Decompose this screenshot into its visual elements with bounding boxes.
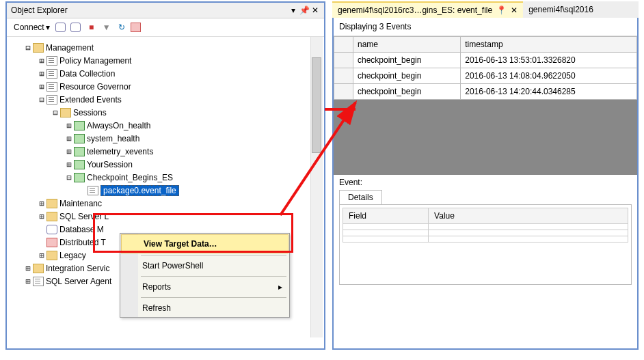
folder-icon	[33, 264, 44, 273]
ctx-refresh[interactable]: Refresh	[120, 299, 289, 317]
close-icon[interactable]: ✕	[310, 5, 320, 15]
tree-node-checkpoint[interactable]: ⊟Checkpoint_Begins_ES	[8, 171, 323, 184]
tree-node-maintenance[interactable]: ⊞Maintenanc	[8, 197, 323, 210]
tree-scrollbar[interactable]	[310, 37, 323, 337]
ctx-start-powershell[interactable]: Start PowerShell	[120, 257, 289, 275]
connect-label: Connect	[14, 23, 44, 32]
xevents-icon	[46, 95, 57, 105]
disconnect-db-icon[interactable]	[70, 21, 83, 33]
panel-title-bar: Object Explorer ▾ 📌 ✕	[7, 3, 324, 18]
tree-node-yoursession[interactable]: ⊞YourSession	[8, 158, 323, 171]
pin-icon[interactable]: 📍	[496, 5, 507, 15]
col-header-value[interactable]: Value	[429, 208, 628, 224]
submenu-arrow-icon: ▸	[278, 282, 282, 292]
events-table[interactable]: name timestamp checkpoint_begin2016-06-1…	[334, 36, 637, 100]
tree-node-alwayson[interactable]: ⊞AlwaysOn_health	[8, 119, 323, 132]
row-selector[interactable]	[334, 53, 353, 68]
expand-icon[interactable]: ⊞	[23, 277, 33, 286]
refresh-icon[interactable]: ↻	[116, 21, 128, 33]
details-table[interactable]: Field Value	[343, 208, 628, 243]
expand-icon[interactable]: ⊞	[23, 264, 33, 273]
ctx-view-target-data[interactable]: View Target Data…	[121, 234, 289, 253]
folder-icon	[46, 199, 57, 208]
dropdown-icon[interactable]: ▾	[289, 5, 298, 15]
filter-icon[interactable]: ▼	[100, 21, 113, 33]
details-tab[interactable]: Details	[339, 190, 382, 204]
stop-icon[interactable]: ■	[85, 21, 98, 33]
datacollection-icon	[46, 69, 57, 79]
tree-node-syshealth[interactable]: ⊞system_health	[8, 132, 323, 145]
collapse-icon[interactable]: ⊟	[51, 108, 60, 117]
toolbar: Connect ▾ ■ ▼ ↻	[7, 18, 324, 37]
connect-button[interactable]: Connect ▾	[11, 21, 53, 33]
collapse-icon[interactable]: ⊟	[37, 95, 46, 105]
expand-icon[interactable]: ⊞	[64, 160, 74, 169]
selected-node-label: package0.event_file	[100, 185, 179, 196]
target-icon	[88, 186, 98, 195]
collapse-icon[interactable]: ⊟	[64, 173, 74, 182]
folder-icon	[46, 212, 57, 221]
col-header-timestamp[interactable]: timestamp	[461, 37, 637, 53]
folder-icon	[33, 43, 44, 53]
connect-db-icon[interactable]	[55, 21, 68, 33]
right-panel: genemi4f\sql2016rc3…gins_ES: event_file …	[332, 1, 639, 350]
dbmail-icon	[46, 225, 57, 234]
expand-icon[interactable]: ⊞	[64, 147, 74, 156]
document-tabs: genemi4f\sql2016rc3…gins_ES: event_file …	[332, 1, 639, 18]
table-row[interactable]	[343, 224, 628, 230]
table-row[interactable]: checkpoint_begin2016-06-13 14:20:44.0346…	[334, 84, 637, 100]
ctx-separator	[141, 255, 286, 255]
displaying-label: Displaying 3 Events	[334, 18, 637, 36]
scrollbar-thumb[interactable]	[312, 57, 321, 153]
expand-icon[interactable]: ⊞	[64, 121, 74, 130]
tree-node-package0[interactable]: ·package0.event_file	[8, 184, 323, 197]
delete-icon[interactable]	[131, 21, 143, 33]
row-selector[interactable]	[334, 68, 353, 84]
tree-node-policy[interactable]: ⊞Policy Management	[8, 54, 323, 67]
tree-node-sessions[interactable]: ⊟Sessions	[8, 106, 323, 119]
col-header-field[interactable]: Field	[343, 208, 429, 224]
session-icon	[74, 134, 85, 143]
row-selector-header[interactable]	[334, 37, 353, 53]
tree-node-xevents[interactable]: ⊟Extended Events	[8, 93, 323, 106]
dtc-icon	[46, 238, 57, 247]
tree-node-management[interactable]: ⊟Management	[8, 41, 323, 54]
expand-icon[interactable]: ⊞	[37, 199, 46, 208]
pin-icon[interactable]: 📌	[299, 5, 309, 15]
close-icon[interactable]: ✕	[511, 5, 518, 15]
details-panel: Field Value	[339, 204, 632, 285]
empty-grid-area	[334, 100, 637, 175]
expand-icon[interactable]: ⊞	[37, 212, 46, 221]
session-icon	[74, 121, 85, 130]
table-row[interactable]: checkpoint_begin2016-06-13 13:53:01.3326…	[334, 53, 637, 68]
expand-icon[interactable]: ⊞	[37, 251, 46, 260]
table-row[interactable]: checkpoint_begin2016-06-13 14:08:04.9622…	[334, 68, 637, 84]
session-icon	[74, 160, 85, 169]
ctx-reports[interactable]: Reports▸	[120, 278, 289, 296]
tree-node-sqlserverlogs[interactable]: ⊞SQL Server L	[8, 210, 323, 223]
panel-title: Object Explorer	[11, 5, 68, 15]
folder-icon	[46, 251, 57, 260]
expand-icon[interactable]: ⊞	[37, 56, 46, 66]
tab-label: genemi4f\sql2016rc3…gins_ES: event_file	[338, 5, 492, 15]
expand-icon[interactable]: ⊞	[37, 69, 46, 79]
tab-event-file[interactable]: genemi4f\sql2016rc3…gins_ES: event_file …	[332, 1, 523, 18]
event-label: Event:	[339, 178, 632, 187]
expand-icon[interactable]: ⊞	[37, 82, 46, 92]
folder-icon	[60, 108, 71, 117]
tree-node-telemetry[interactable]: ⊞telemetry_xevents	[8, 145, 323, 158]
table-row[interactable]	[343, 230, 628, 236]
ctx-separator	[141, 297, 286, 298]
table-row[interactable]	[343, 236, 628, 243]
tree-node-resgov[interactable]: ⊞Resource Governor	[8, 80, 323, 93]
tree-node-datacollection[interactable]: ⊞Data Collection	[8, 67, 323, 80]
expand-icon[interactable]: ⊞	[64, 134, 74, 143]
tab-label: genemi4f\sql2016	[528, 5, 593, 14]
chevron-down-icon: ▾	[46, 23, 50, 32]
col-header-name[interactable]: name	[353, 37, 461, 53]
ctx-separator	[141, 276, 286, 277]
row-selector[interactable]	[334, 84, 353, 100]
collapse-icon[interactable]: ⊟	[23, 43, 33, 53]
tab-secondary[interactable]: genemi4f\sql2016	[523, 2, 599, 17]
resgov-icon	[46, 82, 57, 92]
